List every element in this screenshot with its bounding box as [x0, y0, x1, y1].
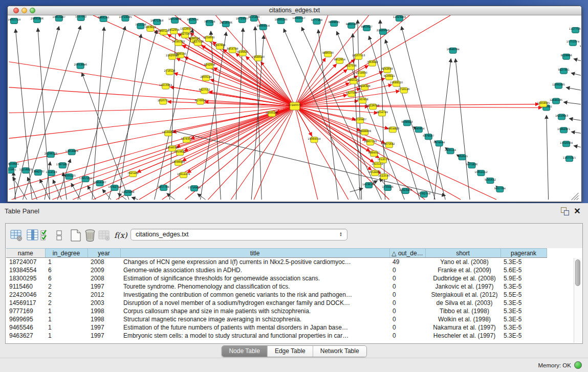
- table-cell[interactable]: 5.3E-5: [500, 282, 547, 291]
- graph-node-teal[interactable]: 12323468: [393, 15, 406, 21]
- graph-node-yellow[interactable]: 5878334: [181, 137, 192, 143]
- graph-node-teal[interactable]: 9857794: [494, 187, 506, 192]
- graph-node-teal[interactable]: 16210643: [555, 114, 568, 120]
- graph-node-teal[interactable]: 9245652: [485, 178, 496, 184]
- tab-edge-table[interactable]: Edge Table: [268, 346, 313, 357]
- table-cell[interactable]: 2008: [88, 274, 120, 282]
- column-header[interactable]: short: [425, 249, 500, 258]
- table-cell[interactable]: Estimation of the future numbers of pati…: [120, 323, 389, 332]
- table-cell[interactable]: 0: [389, 299, 425, 307]
- table-cell[interactable]: 0: [389, 274, 425, 282]
- tab-node-table[interactable]: Node Table: [222, 346, 268, 357]
- graph-node-teal[interactable]: 17957255: [79, 177, 92, 182]
- table-cell[interactable]: Nakamura et al. (1997): [425, 323, 500, 332]
- graph-node-yellow[interactable]: 1810755: [158, 99, 169, 104]
- graph-node-yellow[interactable]: 7663822: [367, 60, 378, 66]
- close-panel-icon[interactable]: ✕: [573, 207, 582, 216]
- table-cell[interactable]: 0: [389, 266, 425, 274]
- table-cell[interactable]: 5.3E-5: [500, 307, 547, 315]
- table-cell[interactable]: 1: [45, 332, 88, 340]
- graph-node-yellow[interactable]: 9146821: [237, 50, 248, 56]
- graph-node-teal[interactable]: 13975857: [56, 163, 69, 168]
- graph-node-teal[interactable]: 22420046: [377, 29, 389, 34]
- table-cell[interactable]: 19384554: [6, 266, 45, 274]
- graph-node-teal[interactable]: 11675315: [563, 156, 576, 162]
- table-cell[interactable]: 1: [45, 315, 88, 323]
- table-cell[interactable]: 5.6E-5: [500, 266, 547, 274]
- graph-node-teal[interactable]: 9938923: [401, 120, 412, 126]
- graph-node-teal[interactable]: 1114519: [46, 170, 57, 176]
- table-cell[interactable]: 0: [389, 282, 425, 291]
- table-cell[interactable]: Tibbo et al. (1998): [425, 307, 500, 315]
- graph-node-teal[interactable]: 7932621: [456, 155, 468, 160]
- table-cell[interactable]: 18300295: [6, 274, 45, 282]
- table-row[interactable]: 911546021997Tourette syndrome. Phenomeno…: [6, 282, 547, 291]
- graph-node-yellow[interactable]: 2803144: [200, 75, 211, 81]
- select-columns-button[interactable]: [39, 228, 53, 243]
- table-cell[interactable]: 9463627: [6, 332, 45, 340]
- graph-node-teal[interactable]: 13942737: [32, 170, 45, 176]
- graph-node-teal[interactable]: 9699695: [329, 20, 340, 26]
- graph-node-teal[interactable]: 17016504: [560, 141, 573, 147]
- graph-node-teal[interactable]: 14055714: [8, 18, 20, 24]
- table-cell[interactable]: Disruption of a novel member of a sodium…: [120, 299, 389, 307]
- delete-table-button[interactable]: [83, 228, 97, 243]
- graph-node-yellow[interactable]: 12213364: [159, 83, 172, 89]
- table-cell[interactable]: 2003: [88, 299, 120, 307]
- table-cell[interactable]: 0: [389, 307, 425, 315]
- graph-node-teal[interactable]: 11177534: [569, 27, 581, 33]
- table-row[interactable]: 969969511998Structural magnetic resonanc…: [6, 315, 547, 323]
- table-row[interactable]: 1872400712008Changes of HCN gene express…: [6, 258, 547, 266]
- graph-node-teal[interactable]: 16671358: [150, 19, 163, 25]
- graph-node-teal[interactable]: 8450681: [8, 162, 19, 168]
- network-window-titlebar[interactable]: citations_edges.txt: [8, 6, 581, 15]
- table-cell[interactable]: 2: [45, 291, 88, 299]
- graph-node-teal[interactable]: 12091885: [552, 83, 565, 89]
- table-cell[interactable]: 5.3E-5: [500, 323, 547, 332]
- graph-node-teal[interactable]: 10654112: [474, 170, 487, 176]
- graph-node-yellow[interactable]: 16914479: [177, 172, 190, 178]
- graph-node-teal[interactable]: 9465546: [346, 23, 357, 28]
- table-options-button[interactable]: [10, 228, 23, 243]
- table-cell[interactable]: 0: [389, 291, 425, 299]
- table-cell[interactable]: Investigating the contribution of common…: [120, 291, 389, 299]
- table-cell[interactable]: 0: [389, 323, 425, 332]
- table-cell[interactable]: 0: [389, 332, 425, 340]
- create-table-button[interactable]: [69, 228, 82, 243]
- table-cell[interactable]: 9465546: [6, 323, 45, 332]
- table-cell[interactable]: 1997: [88, 332, 120, 340]
- table-cell[interactable]: 5.3E-5: [500, 258, 547, 266]
- table-cell[interactable]: 9115460: [6, 282, 45, 291]
- graph-node-yellow[interactable]: 1327508: [345, 64, 357, 70]
- graph-node-yellow[interactable]: 13226058: [366, 104, 379, 110]
- table-cell[interactable]: Jankovic et al. (1997): [425, 282, 500, 291]
- table-cell[interactable]: 49: [389, 258, 425, 266]
- graph-node-teal[interactable]: 9777169: [311, 18, 322, 24]
- graph-node-teal[interactable]: 18300295: [274, 18, 287, 24]
- graph-node-teal[interactable]: 15751074: [567, 40, 579, 46]
- graph-node-teal[interactable]: 1527002: [75, 15, 86, 20]
- graph-node-teal[interactable]: 20691406: [31, 17, 43, 23]
- graph-node-teal[interactable]: 20053946: [74, 63, 87, 69]
- table-cell[interactable]: Corpus callosum shape and size in male p…: [120, 307, 389, 315]
- graph-node-teal[interactable]: 7857224: [204, 20, 215, 26]
- graph-node-teal[interactable]: 17859924: [66, 149, 78, 155]
- row-height-button[interactable]: [53, 228, 66, 243]
- graph-node-teal[interactable]: 8471826: [466, 163, 477, 168]
- graph-node-yellow[interactable]: 16545382: [172, 40, 185, 46]
- graph-node-teal[interactable]: 19218506: [220, 21, 232, 27]
- table-cell[interactable]: 6: [45, 266, 88, 274]
- close-window-icon[interactable]: [13, 8, 19, 13]
- graph-node-yellow[interactable]: 19166852: [162, 130, 175, 136]
- graph-node-teal[interactable]: 16782759: [108, 185, 121, 191]
- graph-node-teal[interactable]: 1733426: [382, 185, 393, 191]
- graph-node-yellow[interactable]: 2718126: [398, 87, 409, 93]
- graph-node-yellow[interactable]: 15688520: [390, 81, 403, 86]
- graph-node-teal[interactable]: 9129966: [560, 54, 572, 59]
- graph-node-yellow[interactable]: 15720407: [354, 118, 366, 123]
- table-cell[interactable]: 2008: [88, 258, 120, 266]
- graph-node-teal[interactable]: 1640954: [413, 127, 424, 133]
- graph-node-teal[interactable]: 16648784: [446, 48, 459, 53]
- tab-network-table[interactable]: Network Table: [313, 346, 366, 357]
- node-table[interactable]: namein_degreeyeartitle△ out_de…shortpage…: [6, 248, 547, 340]
